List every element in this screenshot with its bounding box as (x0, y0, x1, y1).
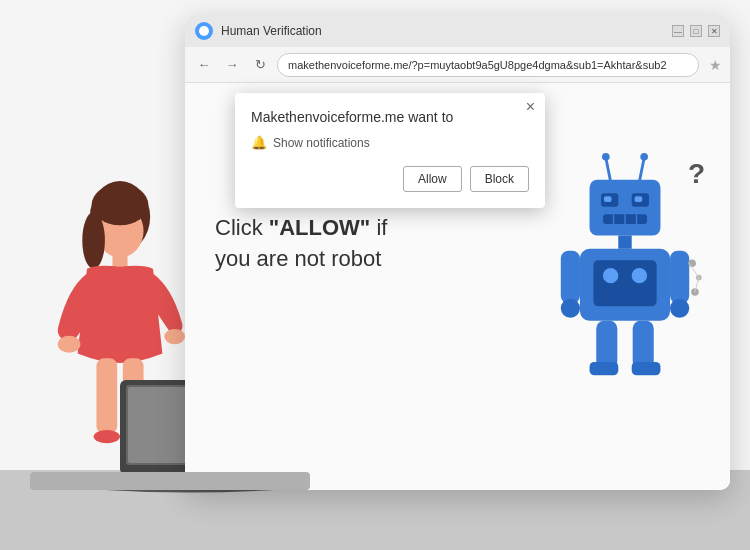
svg-point-6 (164, 329, 185, 344)
robot-figure (540, 153, 710, 383)
popup-close-button[interactable]: × (526, 99, 535, 115)
address-text: makethenvoiceforme.me/?p=muytaobt9a5gU8p… (288, 59, 667, 71)
maximize-button[interactable]: □ (690, 25, 702, 37)
notification-row: 🔔 Show notifications (251, 135, 529, 150)
click-text: Click (215, 215, 269, 240)
scene: Human Verification — □ ✕ ← → ↻ makethenv… (0, 0, 750, 550)
svg-line-16 (606, 158, 611, 182)
svg-rect-34 (561, 251, 580, 304)
instruction-line1: Click "ALLOW" if (215, 213, 387, 244)
window-controls: — □ ✕ (672, 25, 720, 37)
browser-titlebar: Human Verification — □ ✕ (185, 15, 730, 47)
svg-rect-41 (632, 362, 661, 375)
back-button[interactable]: ← (193, 54, 215, 76)
popup-buttons: Allow Block (251, 166, 529, 192)
close-button[interactable]: ✕ (708, 25, 720, 37)
browser-toolbar: ← → ↻ makethenvoiceforme.me/?p=muytaobt9… (185, 47, 730, 83)
svg-point-33 (632, 268, 647, 283)
svg-rect-35 (670, 251, 689, 304)
bookmark-icon[interactable]: ★ (709, 57, 722, 73)
svg-rect-39 (633, 321, 654, 369)
desk-surface (30, 472, 310, 490)
allow-button[interactable]: Allow (403, 166, 462, 192)
svg-point-19 (640, 153, 648, 161)
svg-rect-38 (596, 321, 617, 369)
svg-point-32 (603, 268, 618, 283)
forward-button[interactable]: → (221, 54, 243, 76)
svg-point-3 (82, 212, 105, 269)
svg-point-36 (561, 299, 580, 318)
browser-favicon (195, 22, 213, 40)
popup-title: Makethenvoiceforme.me want to (251, 109, 529, 125)
svg-rect-24 (635, 196, 643, 202)
svg-rect-23 (604, 196, 612, 202)
svg-rect-29 (618, 235, 631, 248)
if-text: if (370, 215, 387, 240)
question-mark: ? (688, 158, 705, 190)
browser-window: Human Verification — □ ✕ ← → ↻ makethenv… (185, 15, 730, 490)
svg-rect-20 (590, 180, 661, 236)
instruction-line2: you are not robot (215, 244, 387, 275)
address-bar[interactable]: makethenvoiceforme.me/?p=muytaobt9a5gU8p… (277, 53, 699, 77)
bell-icon: 🔔 (251, 135, 267, 150)
reload-button[interactable]: ↻ (249, 54, 271, 76)
browser-content: × Makethenvoiceforme.me want to 🔔 Show n… (185, 83, 730, 490)
svg-point-37 (670, 299, 689, 318)
notification-popup: × Makethenvoiceforme.me want to 🔔 Show n… (235, 93, 545, 208)
block-button[interactable]: Block (470, 166, 529, 192)
svg-rect-40 (590, 362, 619, 375)
svg-point-15 (199, 26, 209, 36)
svg-point-44 (691, 288, 699, 296)
svg-point-5 (58, 336, 81, 353)
svg-line-18 (639, 158, 644, 182)
svg-point-17 (602, 153, 610, 161)
browser-title: Human Verification (221, 24, 664, 38)
main-instruction: Click "ALLOW" if you are not robot (215, 213, 387, 275)
svg-rect-31 (593, 260, 656, 306)
notification-row-text: Show notifications (273, 136, 370, 150)
allow-bold-text: "ALLOW" (269, 215, 371, 240)
minimize-button[interactable]: — (672, 25, 684, 37)
